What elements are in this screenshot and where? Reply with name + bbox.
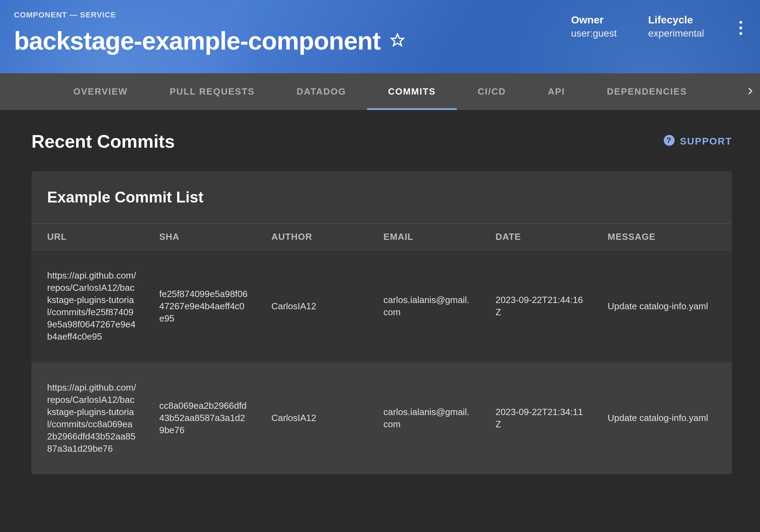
col-header-date[interactable]: DATE (480, 224, 592, 250)
commits-card: Example Commit List URL SHA AUTHOR EMAIL… (31, 171, 732, 474)
support-label: SUPPORT (680, 136, 732, 147)
cell-author: CarlosIA12 (256, 362, 368, 474)
card-title: Example Commit List (47, 189, 716, 206)
cell-date: 2023-09-22T21:34:11Z (480, 362, 592, 474)
table-row[interactable]: https://api.github.com/repos/CarlosIA12/… (31, 362, 732, 474)
tab-commits[interactable]: COMMITS (367, 73, 457, 110)
table-row[interactable]: https://api.github.com/repos/CarlosIA12/… (31, 250, 732, 362)
svg-text:?: ? (666, 135, 672, 145)
tab-pull-requests[interactable]: PULL REQUESTS (149, 73, 276, 110)
help-icon: ? (663, 134, 675, 149)
col-header-email[interactable]: EMAIL (368, 224, 480, 250)
page-header: COMPONENT — SERVICE backstage-example-co… (0, 0, 760, 73)
owner-label: Owner (571, 14, 617, 26)
page-title: backstage-example-component (14, 27, 380, 55)
support-link[interactable]: ? SUPPORT (663, 134, 732, 149)
content-area: Recent Commits ? SUPPORT Example Commit … (0, 110, 760, 532)
col-header-url[interactable]: URL (31, 224, 144, 250)
cell-sha: fe25f874099e5a98f0647267e9e4b4aeff4c0e95 (144, 250, 256, 362)
col-header-sha[interactable]: SHA (144, 224, 256, 250)
cell-message: Update catalog-info.yaml (592, 250, 732, 362)
tabs-scroll-right-icon[interactable] (746, 87, 755, 97)
tab-overview[interactable]: OVERVIEW (52, 73, 149, 110)
svg-point-1 (739, 21, 742, 24)
cell-email: carlos.ialanis@gmail.com (368, 362, 480, 474)
cell-url: https://api.github.com/repos/CarlosIA12/… (31, 362, 144, 474)
cell-email: carlos.ialanis@gmail.com (368, 250, 480, 362)
tab-datadog[interactable]: DATADOG (276, 73, 367, 110)
section-title: Recent Commits (31, 131, 175, 152)
col-header-author[interactable]: AUTHOR (256, 224, 368, 250)
cell-message: Update catalog-info.yaml (592, 362, 732, 474)
favorite-star-icon[interactable] (390, 33, 405, 49)
col-header-message[interactable]: MESSAGE (592, 224, 732, 250)
svg-marker-0 (392, 34, 404, 46)
tabs-bar: OVERVIEW PULL REQUESTS DATADOG COMMITS C… (0, 73, 760, 110)
tab-api[interactable]: API (527, 73, 586, 110)
more-menu-icon[interactable] (736, 17, 746, 40)
tab-dependencies[interactable]: DEPENDENCIES (586, 73, 708, 110)
lifecycle-label: Lifecycle (648, 14, 704, 26)
lifecycle-meta: Lifecycle experimental (648, 14, 704, 39)
table-header-row: URL SHA AUTHOR EMAIL DATE MESSAGE (31, 224, 732, 250)
owner-meta: Owner user:guest (571, 14, 617, 39)
owner-value: user:guest (571, 28, 617, 39)
cell-date: 2023-09-22T21:44:16Z (480, 250, 592, 362)
cell-sha: cc8a069ea2b2966dfd43b52aa8587a3a1d29be76 (144, 362, 256, 474)
commits-table: URL SHA AUTHOR EMAIL DATE MESSAGE https:… (31, 224, 732, 474)
lifecycle-value: experimental (648, 28, 704, 39)
tab-cicd[interactable]: CI/CD (457, 73, 527, 110)
svg-point-3 (739, 32, 742, 35)
cell-author: CarlosIA12 (256, 250, 368, 362)
cell-url: https://api.github.com/repos/CarlosIA12/… (31, 250, 144, 362)
svg-point-2 (739, 27, 742, 29)
